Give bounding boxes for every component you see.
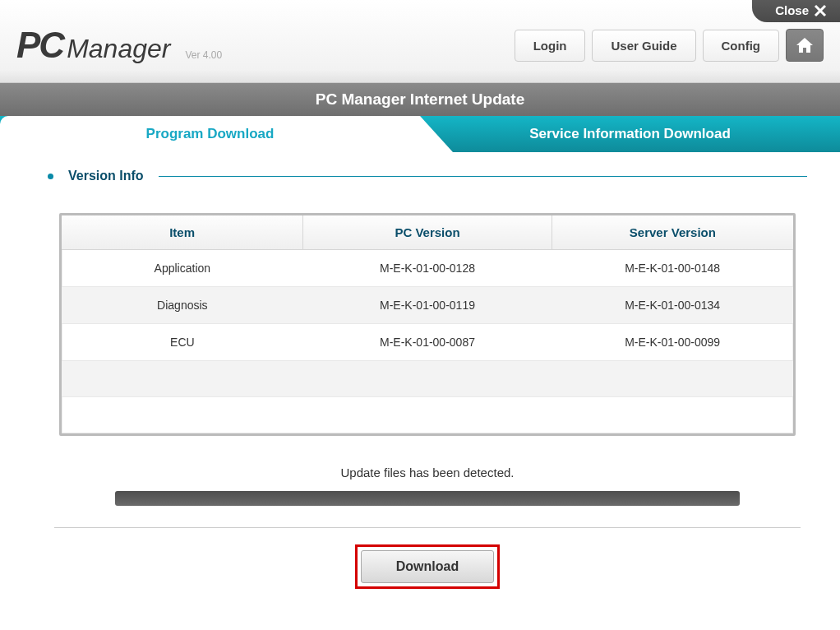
- cell-server: M-E-K-01-00-0148: [552, 250, 793, 287]
- divider: [54, 527, 801, 528]
- bullet-icon: [48, 174, 53, 179]
- version-label: Ver 4.00: [185, 49, 222, 66]
- cell-item: Diagnosis: [62, 287, 303, 324]
- tab-program-download[interactable]: Program Download: [0, 116, 420, 152]
- section-title: PC Manager Internet Update: [0, 83, 840, 116]
- col-server-version: Server Version: [552, 215, 793, 250]
- close-icon: [814, 4, 827, 17]
- logo: PC Manager Ver 4.00: [16, 25, 222, 66]
- tab-service-info-download[interactable]: Service Information Download: [420, 116, 840, 152]
- cell-pc: M-E-K-01-00-0119: [303, 287, 552, 324]
- cell-item: ECU: [62, 324, 303, 361]
- table-row: ECU M-E-K-01-00-0087 M-E-K-01-00-0099: [62, 324, 793, 361]
- login-button[interactable]: Login: [515, 30, 586, 62]
- close-label: Close: [775, 3, 809, 17]
- table-row-empty: [62, 361, 793, 397]
- close-button[interactable]: Close: [752, 0, 840, 22]
- divider-line: [159, 176, 807, 177]
- header: PC Manager Ver 4.00 Login User Guide Con…: [0, 0, 840, 83]
- content-panel: Version Info Item PC Version Server Vers…: [0, 152, 840, 589]
- version-info-label: Version Info: [68, 169, 144, 183]
- table-header-row: Item PC Version Server Version: [62, 215, 793, 250]
- progress-bar: [115, 491, 740, 506]
- status-text: Update files has been detected.: [48, 466, 807, 479]
- table-row: Diagnosis M-E-K-01-00-0119 M-E-K-01-00-0…: [62, 287, 793, 324]
- cell-server: M-E-K-01-00-0099: [552, 324, 793, 361]
- col-pc-version: PC Version: [303, 215, 552, 250]
- tabs: Program Download Service Information Dow…: [0, 116, 840, 152]
- header-buttons: Login User Guide Config: [515, 29, 824, 62]
- version-table-frame: Item PC Version Server Version Applicati…: [59, 213, 796, 436]
- download-highlight: Download: [355, 544, 500, 589]
- logo-pc: PC: [16, 25, 63, 66]
- table-row-empty: [62, 397, 793, 433]
- cell-pc: M-E-K-01-00-0128: [303, 250, 552, 287]
- logo-manager: Manager: [67, 34, 170, 64]
- col-item: Item: [62, 215, 303, 250]
- cell-server: M-E-K-01-00-0134: [552, 287, 793, 324]
- version-info-header: Version Info: [48, 169, 807, 183]
- home-icon: [796, 38, 813, 53]
- user-guide-button[interactable]: User Guide: [592, 30, 695, 62]
- home-button[interactable]: [786, 29, 824, 62]
- config-button[interactable]: Config: [703, 30, 779, 62]
- cell-item: Application: [62, 250, 303, 287]
- download-button[interactable]: Download: [361, 550, 494, 583]
- cell-pc: M-E-K-01-00-0087: [303, 324, 552, 361]
- table-row: Application M-E-K-01-00-0128 M-E-K-01-00…: [62, 250, 793, 287]
- download-area: Download: [48, 544, 807, 589]
- version-table: Item PC Version Server Version Applicati…: [62, 215, 793, 433]
